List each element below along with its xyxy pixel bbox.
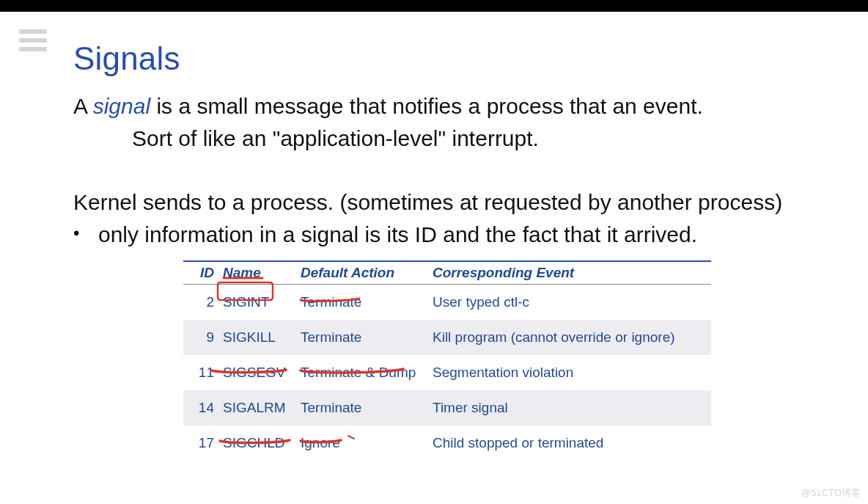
bullet-row: • only information in a signal is its ID… (73, 219, 795, 251)
cell-name: SIGINT (218, 285, 296, 320)
cell-id: 9 (183, 320, 218, 355)
intro-term: signal (93, 94, 150, 118)
watermark: @51CTO博客 (801, 486, 861, 500)
cell-event: Timer signal (428, 390, 711, 426)
kernel-line: Kernel sends to a process. (sometimes at… (73, 186, 795, 219)
table-row: 11 SIGSEGV Terminate & Dump Segmentation… (183, 355, 711, 390)
header-id: ID (183, 261, 218, 285)
table-header-row: ID Name Default Action Corresponding Eve… (183, 261, 711, 285)
cell-action: Terminate & Dump (296, 355, 428, 390)
table-row: 17 SIGCHLD Ignore Child stopped or termi… (183, 426, 711, 461)
table-row: 2 SIGINT Terminate User typed ctl-c (183, 285, 711, 320)
slide-content: Signals A signal is a small message that… (73, 40, 795, 461)
cell-name: SIGKILL (218, 320, 296, 355)
table-row: 14 SIGALRM Terminate Timer signal (183, 390, 711, 426)
cell-event: Kill program (cannot override or ignore) (428, 320, 711, 355)
header-action: Default Action (296, 261, 428, 285)
intro-line-2: Sort of like an "application-level" inte… (73, 123, 795, 155)
cell-action: Terminate (296, 285, 428, 320)
cell-action: Ignore (296, 426, 428, 461)
cell-id: 2 (183, 285, 218, 320)
cell-id: 14 (183, 390, 218, 426)
bullet-text: only information in a signal is its ID a… (98, 219, 697, 251)
intro-pre: A (73, 94, 93, 118)
cell-event: User typed ctl-c (428, 285, 711, 320)
cell-id: 17 (183, 426, 218, 461)
header-event: Corresponding Event (428, 261, 711, 285)
header-name: Name (218, 261, 296, 285)
bullet-dot: • (73, 219, 98, 251)
table-row: 9 SIGKILL Terminate Kill program (cannot… (183, 320, 711, 355)
cell-name: SIGALRM (218, 390, 296, 426)
cell-id: 11 (183, 355, 218, 390)
intro-post: is a small message that notifies a proce… (150, 94, 703, 118)
signal-table: ID Name Default Action Corresponding Eve… (183, 260, 711, 461)
cell-name: SIGCHLD (218, 426, 296, 461)
cell-event: Child stopped or terminated (428, 426, 711, 461)
cell-event: Segmentation violation (428, 355, 711, 390)
signal-table-wrap: ID Name Default Action Corresponding Eve… (183, 260, 711, 461)
hamburger-icon[interactable] (19, 29, 47, 51)
slide-title: Signals (73, 40, 795, 77)
cell-action: Terminate (296, 320, 428, 355)
cell-action: Terminate (296, 390, 428, 426)
window-top-bar (0, 0, 868, 12)
cell-name: SIGSEGV (218, 355, 296, 390)
intro-line-1: A signal is a small message that notifie… (73, 90, 795, 123)
